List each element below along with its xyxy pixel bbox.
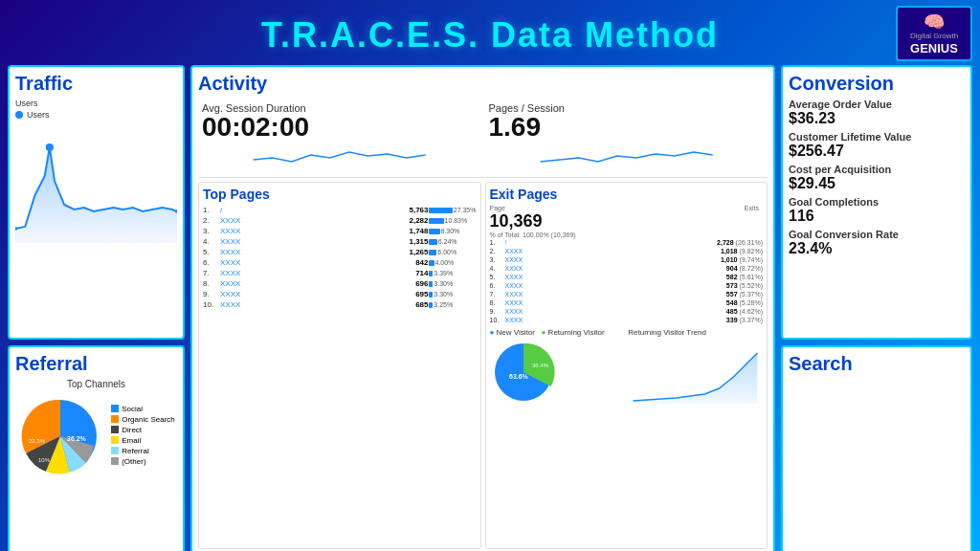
conversion-item: Average Order Value $36.23 [789, 99, 965, 127]
avg-session-chart [202, 141, 478, 169]
pie-legend-label: Social [122, 405, 143, 413]
svg-text:10%: 10% [38, 457, 51, 463]
pie-legend-item: Organic Search [111, 415, 175, 424]
referral-title: Referral [15, 353, 177, 375]
pages-session-chart [489, 141, 765, 169]
pie-legend-color [111, 436, 119, 444]
top-pages-panel: Top Pages 1. / 5,763 27.35% 2. XXXX 2,28… [198, 182, 481, 549]
table-row: 7. XXXX 714 3.39% [203, 268, 477, 278]
exit-table-row: 1. / 2,728 (26.31%) [490, 238, 764, 247]
legend-label: Users [27, 110, 50, 120]
top-pages-table: 1. / 5,763 27.35% 2. XXXX 2,282 10.83% 3… [203, 205, 477, 310]
exit-table-row: 4. XXXX 904 (8.72%) [490, 264, 764, 273]
conv-value: 116 [789, 208, 965, 225]
exit-pages-title: Exit Pages [490, 187, 764, 202]
conv-label: Customer Lifetime Value [789, 131, 965, 143]
table-row: 8. XXXX 696 3.30% [203, 278, 477, 289]
exit-table-row: 7. XXXX 557 (5.37%) [490, 290, 764, 298]
pie-legend-label: Organic Search [122, 415, 175, 424]
conv-label: Average Order Value [789, 99, 965, 110]
referral-subtitle: Top Channels [15, 379, 177, 389]
conv-value: $29.45 [789, 175, 965, 192]
pie-legend-color [111, 405, 119, 412]
svg-text:36.2%: 36.2% [67, 435, 87, 442]
exit-total: 10,369 [490, 211, 764, 231]
pie-legend: Social Organic Search Direct Email Refer… [111, 405, 175, 468]
table-row: 9. XXXX 695 3.30% [203, 289, 477, 299]
table-row: 10. XXXX 685 3.25% [203, 299, 477, 310]
activity-bottom: Top Pages 1. / 5,763 27.35% 2. XXXX 2,28… [198, 182, 768, 549]
svg-text:36.4%: 36.4% [532, 363, 549, 368]
pages-session-metric: Pages / Session 1.69 [485, 99, 768, 173]
svg-point-0 [46, 143, 54, 151]
pie-legend-label: (Other) [122, 457, 145, 466]
pages-session-value: 1.69 [489, 114, 765, 141]
conv-label: Goal Completions [789, 196, 965, 208]
traffic-panel: Traffic Users Users [8, 65, 185, 340]
logo-icon: 🧠 [903, 11, 965, 33]
exit-table-row: 2. XXXX 1,018 (9.82%) [490, 247, 764, 255]
pie-legend-color [111, 447, 119, 454]
activity-header: Avg. Session Duration 00:02:00 Pages / S… [198, 99, 768, 178]
conv-value: 23.4% [789, 240, 965, 257]
traffic-legend: Users [15, 110, 177, 120]
pie-legend-color [111, 457, 119, 465]
exit-table-row: 10. XXXX 339 (3.37%) [490, 316, 764, 324]
conv-label: Cost per Acquisition [789, 164, 965, 175]
table-row: 4. XXXX 1,315 6.24% [203, 236, 477, 247]
conversion-panel: Conversion Average Order Value $36.23 Cu… [781, 65, 972, 340]
pie-legend-label: Referral [122, 447, 148, 455]
pie-legend-color [111, 415, 119, 423]
traffic-title: Traffic [15, 73, 177, 95]
logo-line1: Digital Growth [903, 33, 965, 41]
exit-pages-table: 1. / 2,728 (26.31%) 2. XXXX 1,018 (9.82%… [490, 238, 764, 324]
exit-pages-panel: Exit Pages Page Exits 10,369 % of Total:… [485, 182, 768, 549]
svg-text:63.6%: 63.6% [509, 373, 529, 380]
referral-panel: Referral Top Channels 36.2% 22.3% 10% [8, 345, 185, 552]
table-row: 6. XXXX 842 4.00% [203, 257, 477, 268]
page-title: T.R.A.C.E.S. Data Method [0, 8, 980, 61]
exit-table-row: 5. XXXX 582 (5.61%) [490, 273, 764, 281]
table-row: 2. XXXX 2,282 10.83% [203, 215, 477, 226]
exit-table-row: 6. XXXX 573 (5.52%) [490, 281, 764, 290]
logo: 🧠 Digital Growth GENIUS [896, 6, 972, 61]
conversion-title: Conversion [789, 73, 965, 95]
exit-subtitle: % of Total: 100.00% (10,369) [490, 231, 764, 238]
exit-table-row: 3. XXXX 1,010 (9.74%) [490, 255, 764, 264]
pie-legend-item: (Other) [111, 457, 175, 466]
visitor-pie-box: ● New Visitor ● Returning Visitor 63.6% … [490, 328, 625, 424]
table-row: 3. XXXX 1,748 8.30% [203, 226, 477, 236]
returning-trend-label: Returning Visitor Trend [628, 328, 763, 337]
conversion-item: Customer Lifetime Value $256.47 [789, 131, 965, 160]
traffic-chart-label: Users [15, 99, 177, 108]
visitors-section: ● New Visitor ● Returning Visitor 63.6% … [490, 328, 764, 424]
pie-legend-label: Direct [122, 426, 142, 434]
pie-legend-item: Direct [111, 426, 175, 434]
conversion-item: Goal Completions 116 [789, 196, 965, 225]
pie-legend-item: Referral [111, 447, 175, 455]
referral-pie-area: 36.2% 22.3% 10% Social Organic Search Di… [15, 393, 177, 479]
activity-panel: Activity Avg. Session Duration 00:02:00 … [190, 65, 775, 551]
search-panel: Search [781, 345, 972, 552]
legend-dot [15, 111, 23, 119]
top-pages-title: Top Pages [203, 187, 477, 202]
conv-label: Goal Conversion Rate [789, 229, 965, 240]
pie-legend-label: Email [122, 436, 141, 445]
conversion-items: Average Order Value $36.23 Customer Life… [789, 99, 965, 257]
table-row: 1. / 5,763 27.35% [203, 205, 477, 215]
svg-text:22.3%: 22.3% [29, 438, 46, 444]
activity-title: Activity [198, 73, 768, 95]
conv-value: $36.23 [789, 110, 965, 127]
pie-legend-color [111, 426, 119, 433]
table-row: 5. XXXX 1,265 6.00% [203, 247, 477, 257]
search-title: Search [789, 353, 965, 375]
avg-session-value: 00:02:00 [202, 114, 478, 141]
exit-pages-label: Page Exits [490, 205, 764, 211]
logo-bold: GENIUS [903, 41, 965, 55]
visitor-legend: ● New Visitor ● Returning Visitor [490, 328, 625, 337]
conversion-item: Cost per Acquisition $29.45 [789, 164, 965, 192]
conv-value: $256.47 [789, 143, 965, 160]
returning-trend-box: Returning Visitor Trend [628, 328, 763, 424]
exit-table-row: 8. XXXX 548 (5.28%) [490, 298, 764, 307]
conversion-item: Goal Conversion Rate 23.4% [789, 229, 965, 257]
